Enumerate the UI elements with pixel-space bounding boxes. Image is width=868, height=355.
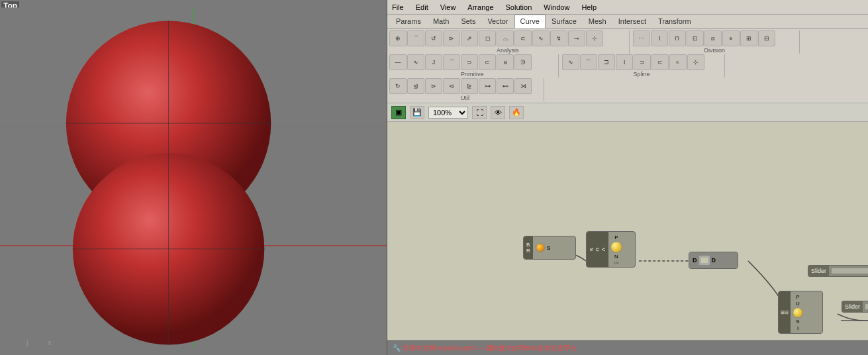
tool-btn-p1[interactable]: — [389, 54, 407, 70]
toolbar-group-util: ↻ ⊴ ⊳ ⊲ ⊵ ⊶ ⊷ ⋊ Util [389, 78, 544, 101]
tool-btn-sp1[interactable]: ∿ [562, 54, 579, 70]
tool-btn-d6[interactable]: ⋄ [722, 30, 740, 46]
tool-btn-p5[interactable]: ⊃ [461, 54, 478, 70]
svg-text:j: j [26, 338, 28, 346]
tool-btn-2[interactable]: ⌒ [407, 30, 424, 46]
toolbar-group-spline: ∿ ⌒ ⊐ ⌇ ⊃ ⊂ ≈ ⊹ Spline [562, 54, 725, 77]
canvas-toolbar: ▣ 💾 100% 50% 200% ⛶ 👁 🔥 [387, 103, 868, 122]
viewport-panel: Top j x [0, 0, 387, 355]
tool-btn-u7[interactable]: ⊷ [497, 78, 514, 94]
tab-curve[interactable]: Curve [514, 15, 546, 28]
tool-btn-sp6[interactable]: ⊂ [651, 54, 669, 70]
menu-edit[interactable]: Edit [414, 3, 430, 12]
tool-btn-d3[interactable]: ⊓ [669, 30, 686, 46]
tool-btn-u3[interactable]: ⊳ [425, 78, 442, 94]
tab-math[interactable]: Math [427, 15, 455, 28]
tool-btn-9[interactable]: ∿ [532, 30, 550, 46]
node-pui-top[interactable]: ⊞ ⊟ P U S I [778, 291, 823, 334]
division-label: Division [633, 47, 797, 54]
slider-1-track[interactable] [831, 268, 868, 274]
tool-btn-sp4[interactable]: ⌇ [616, 54, 633, 70]
tool-btn-d4[interactable]: ⊡ [687, 30, 704, 46]
zoom-select[interactable]: 100% 50% 200% [428, 107, 468, 119]
util-label: Util [389, 95, 541, 101]
grasshopper-panel: File Edit View Arrange Solution Window H… [387, 0, 868, 355]
slider-2-track[interactable] [865, 303, 868, 310]
tool-btn-12[interactable]: ⊹ [586, 30, 603, 46]
tool-btn-d5[interactable]: ⧈ [704, 30, 722, 46]
tool-btn-sp8[interactable]: ⊹ [687, 54, 704, 70]
tab-sets[interactable]: Sets [455, 15, 481, 28]
viewport-svg: j x [0, 0, 387, 355]
tab-intersect[interactable]: Intersect [612, 15, 652, 28]
tab-transform[interactable]: Transform [652, 15, 697, 28]
toolbar-group-division: ⋯ ⌇ ⊓ ⊡ ⧈ ⋄ ⊞ ⊟ Division [633, 30, 800, 54]
tool-btn-3[interactable]: ↺ [425, 30, 442, 46]
analysis-label: Analysis [389, 47, 626, 54]
tool-btn-sp7[interactable]: ≈ [669, 54, 687, 70]
slider-2-label: Slider [842, 301, 863, 312]
tool-btn-d7[interactable]: ⊞ [740, 30, 757, 46]
tool-btn-p6[interactable]: ⊂ [479, 54, 496, 70]
canvas-btn-save[interactable]: 💾 [410, 106, 424, 119]
tool-btn-p7[interactable]: ⊎ [497, 54, 514, 70]
tool-btn-u1[interactable]: ↻ [389, 78, 407, 94]
toolbar-group-analysis: ⊕ ⌒ ↺ ⊳ ⇗ ◻ ⌓ ⊂ ∿ ↯ ⊸ ⊹ Analysis [389, 30, 630, 54]
canvas-btn-fire[interactable]: 🔥 [509, 106, 524, 119]
tool-btn-1[interactable]: ⊕ [389, 30, 407, 46]
tool-btn-u5[interactable]: ⊵ [461, 78, 478, 94]
spline-label: Spline [562, 71, 722, 77]
menu-view[interactable]: View [438, 3, 458, 12]
node-br-top[interactable]: BR S [523, 236, 576, 260]
tool-btn-11[interactable]: ⊸ [568, 30, 585, 46]
toolbar-area: ⊕ ⌒ ↺ ⊳ ⇗ ◻ ⌓ ⊂ ∿ ↯ ⊸ ⊹ Analysis ⋯ ⌇ ⊓ ⊡… [387, 29, 868, 103]
status-bar: 🔧 学犀中文网 xuexiniu.com — 国内最大的Rhino技术交流平台 [387, 340, 868, 355]
tool-btn-p8[interactable]: ∋ [514, 54, 532, 70]
svg-text:x: x [48, 338, 52, 346]
node-icon-pui-top [793, 307, 803, 318]
menu-window[interactable]: Window [542, 3, 571, 12]
tool-btn-u2[interactable]: ⊴ [407, 78, 424, 94]
tool-btn-sp5[interactable]: ⊃ [634, 54, 651, 70]
tool-btn-6[interactable]: ◻ [479, 30, 496, 46]
menu-solution[interactable]: Solution [504, 3, 534, 12]
tool-btn-p4[interactable]: ⌒ [443, 54, 460, 70]
tool-btn-u6[interactable]: ⊶ [479, 78, 496, 94]
tool-btn-4[interactable]: ⊳ [443, 30, 460, 46]
tab-surface[interactable]: Surface [546, 15, 583, 28]
menu-arrange[interactable]: Arrange [465, 3, 495, 12]
node-dd-top[interactable]: D D [689, 252, 738, 269]
canvas-btn-fit[interactable]: ⛶ [472, 106, 487, 119]
tool-btn-5[interactable]: ⇗ [461, 30, 478, 46]
tab-mesh[interactable]: Mesh [583, 15, 612, 28]
menu-help[interactable]: Help [579, 3, 599, 12]
tab-vector[interactable]: Vector [481, 15, 514, 28]
menu-file[interactable]: File [390, 3, 406, 12]
tool-btn-d1[interactable]: ⋯ [633, 30, 650, 46]
node-suv-top[interactable]: SUV P N uv [586, 231, 636, 268]
canvas-btn-eye[interactable]: 👁 [491, 106, 505, 119]
tool-btn-10[interactable]: ↯ [550, 30, 567, 46]
tool-btn-u4[interactable]: ⊲ [443, 78, 460, 94]
status-text: 🔧 学犀中文网 xuexiniu.com — 国内最大的Rhino技术交流平台 [393, 344, 577, 353]
menu-bar: File Edit View Arrange Solution Window H… [387, 0, 868, 15]
node-canvas[interactable]: BR S SUV P N uv D [387, 122, 868, 340]
canvas-btn-green[interactable]: ▣ [391, 106, 406, 119]
tool-btn-8[interactable]: ⊂ [514, 30, 532, 46]
tool-btn-u8[interactable]: ⋊ [514, 78, 532, 94]
tool-btn-d8[interactable]: ⊟ [758, 30, 775, 46]
tool-btn-sp2[interactable]: ⌒ [580, 54, 597, 70]
tool-btn-7[interactable]: ⌓ [497, 30, 514, 46]
slider-2[interactable]: Slider 20 ◇ [842, 301, 868, 313]
slider-1[interactable]: Slider ◇10 [808, 265, 868, 277]
main-container: Top j x [0, 0, 868, 355]
node-circle-br-top [536, 243, 545, 252]
slider-1-label: Slider [808, 266, 829, 276]
tool-btn-d2[interactable]: ⌇ [651, 30, 668, 46]
primitive-label: Primitive [389, 71, 555, 77]
tab-params[interactable]: Params [390, 15, 427, 28]
tool-btn-p2[interactable]: ∿ [407, 54, 424, 70]
tool-btn-p3[interactable]: J [425, 54, 442, 70]
tool-btn-sp3[interactable]: ⊐ [598, 54, 615, 70]
node-icon-suv-top [610, 241, 622, 253]
